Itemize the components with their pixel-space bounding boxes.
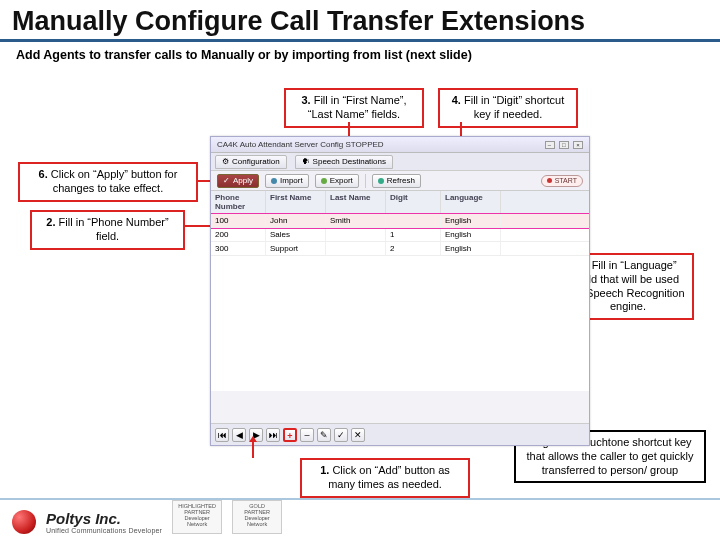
minimize-icon[interactable]: – xyxy=(545,141,555,149)
tab-speech-destinations[interactable]: 🗣 Speech Destinations xyxy=(295,155,393,169)
edit-row-button[interactable]: ✎ xyxy=(317,428,331,442)
callout-step3: 3. Fill in “First Name”, “Last Name” fie… xyxy=(284,88,424,128)
data-grid[interactable]: Phone Number First Name Last Name Digit … xyxy=(211,191,589,391)
callout-step2: 2. Fill in “Phone Number” field. xyxy=(30,210,185,250)
partner-badge: HIGHLIGHTEDPARTNERDeveloper Network xyxy=(172,500,222,534)
arrow-step1 xyxy=(252,442,254,458)
maximize-icon[interactable]: □ xyxy=(559,141,569,149)
company-logo-icon xyxy=(12,510,36,534)
add-row-button[interactable]: + xyxy=(283,428,297,442)
action-toolbar: ✓ Apply Import Export Refresh START xyxy=(211,171,589,191)
gear-icon: ⚙ xyxy=(222,157,229,166)
callout-step4: 4. Fill in “Digit” shortcut key if neede… xyxy=(438,88,578,128)
window-titlebar: CA4K Auto Attendant Server Config STOPPE… xyxy=(211,137,589,153)
tab-bar: ⚙ Configuration 🗣 Speech Destinations xyxy=(211,153,589,171)
callout-step6: 6. Click on “Apply” button for changes t… xyxy=(18,162,198,202)
refresh-icon xyxy=(378,178,384,184)
delete-row-button[interactable]: – xyxy=(300,428,314,442)
window-controls[interactable]: – □ × xyxy=(543,140,583,149)
grid-header-row: Phone Number First Name Last Name Digit … xyxy=(211,191,589,214)
close-icon[interactable]: × xyxy=(573,141,583,149)
prev-page-button[interactable]: ◀ xyxy=(232,428,246,442)
speech-icon: 🗣 xyxy=(302,157,310,166)
service-status[interactable]: START xyxy=(541,175,583,187)
slide-subtitle: Add Agents to transfer calls to Manually… xyxy=(0,42,720,68)
export-icon xyxy=(321,178,327,184)
status-dot-icon xyxy=(547,178,552,183)
cancel-button[interactable]: ✕ xyxy=(351,428,365,442)
table-row[interactable]: 300 Support 2 English xyxy=(211,242,589,256)
partner-badge: GOLDPARTNERDeveloper Network xyxy=(232,500,282,534)
import-icon xyxy=(271,178,277,184)
apply-button[interactable]: ✓ Apply xyxy=(217,174,259,188)
export-button[interactable]: Export xyxy=(315,174,359,188)
confirm-button[interactable]: ✓ xyxy=(334,428,348,442)
slide-title: Manually Configure Call Transfer Extensi… xyxy=(0,0,720,42)
callout-step1: 1. Click on “Add” button as many times a… xyxy=(300,458,470,498)
slide-footer: Poltys Inc. Unified Communications Devel… xyxy=(0,500,720,540)
app-window: CA4K Auto Attendant Server Config STOPPE… xyxy=(210,136,590,446)
check-icon: ✓ xyxy=(223,176,230,185)
tab-configuration[interactable]: ⚙ Configuration xyxy=(215,155,287,169)
import-button[interactable]: Import xyxy=(265,174,309,188)
table-row[interactable]: 100 John Smith English xyxy=(211,214,589,228)
window-title-text: CA4K Auto Attendant Server Config STOPPE… xyxy=(217,140,384,149)
table-row[interactable]: 200 Sales 1 English xyxy=(211,228,589,242)
last-page-button[interactable]: ⏭ xyxy=(266,428,280,442)
first-page-button[interactable]: ⏮ xyxy=(215,428,229,442)
company-logo-text: Poltys Inc. Unified Communications Devel… xyxy=(46,510,162,534)
refresh-button[interactable]: Refresh xyxy=(372,174,421,188)
grid-footer-toolbar: ⏮ ◀ ▶ ⏭ + – ✎ ✓ ✕ xyxy=(211,423,589,445)
